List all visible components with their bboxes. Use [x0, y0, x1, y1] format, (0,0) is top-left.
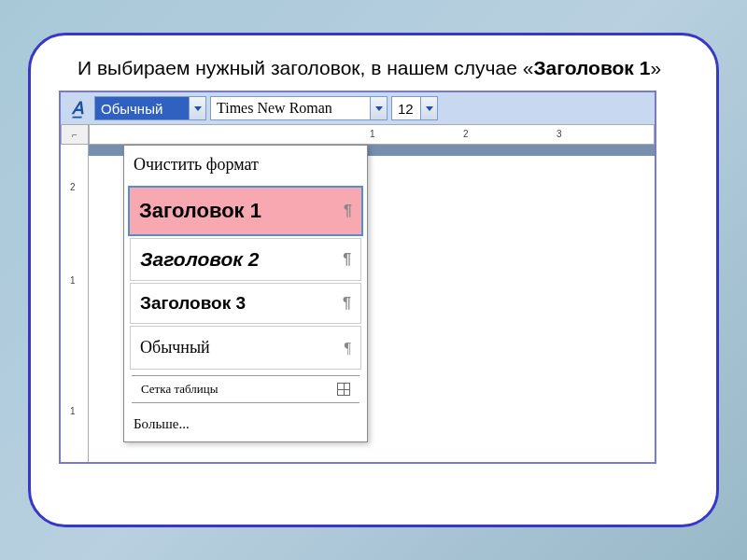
menu-heading-3[interactable]: Заголовок 3 ¶ — [130, 283, 361, 324]
menu-heading-1[interactable]: Заголовок 1 ¶ — [128, 186, 363, 236]
pilcrow-icon: ¶ — [343, 251, 351, 268]
menu-more[interactable]: Больше... — [124, 407, 367, 441]
menu-label: Больше... — [134, 416, 190, 432]
menu-label: Заголовок 2 — [140, 248, 259, 271]
style-selector[interactable]: Обычный — [94, 96, 206, 120]
ruler-tick: 1 — [370, 129, 375, 139]
ruler-tick: 2 — [463, 129, 469, 139]
ruler-tick: 3 — [557, 129, 562, 139]
ruler-tick: 1 — [70, 406, 76, 416]
ruler-tick: 2 — [70, 182, 76, 192]
font-dialog-icon[interactable]: A̲ — [64, 95, 91, 121]
style-dropdown-button[interactable] — [189, 97, 205, 119]
ruler-tick: 1 — [70, 275, 76, 286]
instruction-text: И выбираем нужный заголовок, в нашем слу… — [59, 54, 688, 81]
menu-clear-format[interactable]: Очистить формат — [124, 146, 367, 184]
pilcrow-icon: ¶ — [345, 340, 351, 357]
size-dropdown-button[interactable] — [420, 97, 437, 119]
instruction-prefix: И выбираем нужный заголовок, в нашем слу… — [78, 57, 533, 78]
menu-label: Заголовок 3 — [140, 293, 246, 314]
style-value[interactable]: Обычный — [95, 97, 189, 119]
menu-label: Заголовок 1 — [139, 199, 261, 223]
font-selector[interactable]: Times New Roman — [210, 96, 388, 120]
app-screenshot: A̲ Обычный Times New Roman 12 ⌐ 1 2 3 — [59, 91, 656, 464]
size-value[interactable]: 12 — [392, 97, 420, 119]
menu-label: Очистить формат — [134, 155, 259, 175]
menu-label: Сетка таблицы — [141, 382, 218, 397]
formatting-toolbar: A̲ Обычный Times New Roman 12 — [61, 92, 655, 124]
ruler-corner: ⌐ — [61, 124, 89, 145]
menu-normal[interactable]: Обычный ¶ — [130, 326, 361, 370]
menu-table-grid[interactable]: Сетка таблицы — [132, 375, 359, 403]
slide-frame: И выбираем нужный заголовок, в нашем слу… — [28, 33, 719, 527]
size-selector[interactable]: 12 — [391, 96, 438, 120]
pilcrow-icon: ¶ — [344, 203, 352, 219]
vertical-ruler[interactable]: 2 1 1 — [61, 145, 89, 462]
font-value[interactable]: Times New Roman — [211, 97, 370, 119]
instruction-bold: Заголовок 1 — [533, 57, 650, 78]
ruler-row: ⌐ 1 2 3 — [61, 124, 655, 145]
menu-heading-2[interactable]: Заголовок 2 ¶ — [130, 238, 361, 281]
menu-label: Обычный — [140, 338, 210, 357]
instruction-suffix: » — [650, 57, 661, 78]
horizontal-ruler[interactable]: 1 2 3 — [89, 124, 655, 145]
table-grid-icon — [337, 383, 350, 396]
font-dropdown-button[interactable] — [370, 97, 387, 119]
pilcrow-icon: ¶ — [343, 295, 351, 312]
style-dropdown-menu: Очистить формат Заголовок 1 ¶ Заголовок … — [123, 145, 368, 442]
